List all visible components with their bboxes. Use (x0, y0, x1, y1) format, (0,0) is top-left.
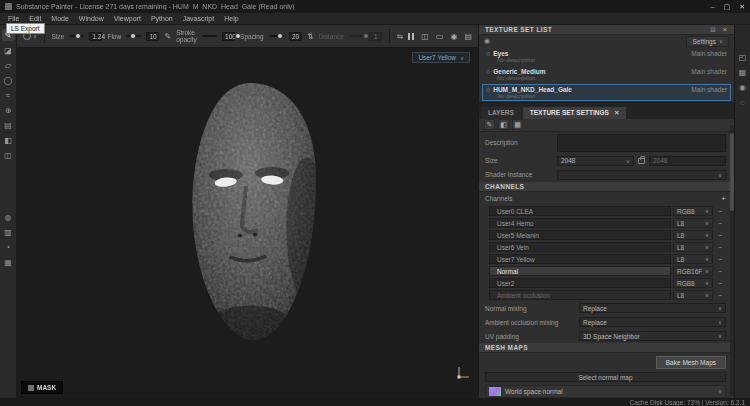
channel-format-select[interactable]: L8∨ (673, 254, 713, 264)
pause-engine-icon[interactable] (408, 33, 414, 40)
menu-help[interactable]: Help (224, 15, 238, 22)
close-panel-icon[interactable]: ✕ (722, 26, 728, 34)
shader-settings-icon[interactable]: ▥ (2, 226, 15, 238)
menu-python[interactable]: Python (151, 15, 173, 22)
channel-name[interactable]: User0 CLEA (489, 206, 671, 216)
solo-icon[interactable]: ○ (486, 86, 490, 93)
resolution-icon[interactable]: ▦ (512, 119, 523, 130)
remove-channel-button[interactable]: − (715, 220, 726, 227)
properties-dock-icon[interactable]: ◉ (739, 83, 746, 92)
channel-name[interactable]: User2 (489, 278, 671, 288)
history-dock-icon[interactable]: ◌ (740, 98, 745, 107)
viewport-channel-dropdown[interactable]: User7 Yellow ∨ (412, 52, 470, 63)
marquee-select-icon[interactable]: ▭ (436, 32, 444, 41)
eraser-tool-icon[interactable]: ◪ (2, 44, 15, 56)
tab-close-icon[interactable]: ✕ (614, 107, 619, 119)
lock-icon[interactable] (638, 158, 645, 164)
maximize-button[interactable]: ▢ (724, 3, 731, 11)
select-normal-map-dropdown[interactable]: Select normal map (485, 372, 726, 382)
channel-format-select[interactable]: L8∨ (673, 230, 713, 240)
jitter-icon[interactable]: ⇅ (307, 32, 314, 41)
solo-icon[interactable]: ○ (486, 50, 490, 57)
description-input[interactable] (557, 134, 726, 152)
spacing-slider[interactable] (269, 35, 284, 37)
channel-format-select[interactable]: RGB16F∨ (673, 266, 713, 276)
menu-edit[interactable]: Edit (29, 15, 41, 22)
stroke-opacity-slider[interactable] (202, 35, 217, 37)
uv-padding-select[interactable]: 3D Space Neighbor ∨ (579, 331, 726, 341)
channel-format-select[interactable]: RGB8∨ (673, 206, 713, 216)
projection-tool-icon[interactable]: ▱ (2, 59, 15, 71)
quick-mask-tool-icon[interactable]: ◫ (2, 149, 15, 161)
shader-instance-select[interactable]: ∨ (557, 170, 726, 180)
undock-icon[interactable]: ⊟ (710, 26, 716, 34)
camera-settings-icon[interactable]: ◔ (2, 241, 15, 253)
panel-scrollbar[interactable] (730, 125, 734, 396)
mesh-maps-icon[interactable]: ◧ (498, 119, 509, 130)
perspective-toggle-icon[interactable]: ◫ (421, 32, 429, 41)
channel-name[interactable]: Ambient occlusion (489, 290, 671, 300)
tab-texture-set-settings[interactable]: TEXTURE SET SETTINGS ✕ (523, 107, 627, 119)
menu-window[interactable]: Window (79, 15, 104, 22)
texture-set-item-head-gale[interactable]: ○ HUM_M_NKD_Head_Gale Main shader No des… (482, 84, 731, 101)
channel-format-select[interactable]: L8∨ (673, 242, 713, 252)
display-mode-icon[interactable]: ▤ (464, 32, 472, 41)
polygon-fill-tool-icon[interactable]: ◯ (2, 74, 15, 86)
head-model[interactable] (165, 76, 337, 356)
3d-viewport[interactable]: User7 Yellow ∨ MASK (17, 48, 478, 398)
camera-icon[interactable]: ◉ (450, 32, 457, 41)
stroke-opacity-value[interactable]: 100 (222, 32, 235, 41)
shelf-dock-icon[interactable]: ▦ (739, 68, 747, 77)
remove-channel-button[interactable]: − (715, 208, 726, 215)
remove-channel-button[interactable]: − (715, 232, 726, 239)
add-channel-button[interactable]: + (721, 194, 726, 203)
flow-value[interactable]: 10 (146, 32, 159, 41)
size-select[interactable]: 2048 ∨ (557, 156, 634, 166)
normal-mixing-select[interactable]: Replace ∨ (579, 303, 726, 313)
size-value[interactable]: 1.24 (89, 32, 102, 41)
smudge-tool-icon[interactable]: ≈ (2, 89, 15, 101)
minimize-button[interactable]: – (711, 3, 715, 11)
channel-format-select[interactable]: L8∨ (673, 290, 713, 300)
remove-channel-button[interactable]: − (715, 256, 726, 263)
geometry-mask-tool-icon[interactable]: ◧ (2, 134, 15, 146)
assets-dock-icon[interactable]: ◰ (739, 53, 747, 62)
pencil-pressure-icon[interactable]: ✎ (164, 32, 171, 41)
close-button[interactable]: ✕ (739, 3, 745, 11)
channel-format-select[interactable]: RGB8∨ (673, 278, 713, 288)
channel-name[interactable]: User5 Melanin (489, 230, 671, 240)
channel-format-select[interactable]: L8∨ (673, 218, 713, 228)
bake-mesh-maps-button[interactable]: Bake Mesh Maps (656, 356, 726, 369)
display-settings-icon[interactable]: ◍ (2, 211, 15, 223)
clone-tool-icon[interactable]: ⊕ (2, 104, 15, 116)
remove-channel-button[interactable]: − (715, 244, 726, 251)
channel-name[interactable]: User7 Yellow (489, 254, 671, 264)
spacing-value[interactable]: 20 (289, 32, 302, 41)
remove-channel-button[interactable]: − (715, 268, 726, 275)
scrollbar-thumb[interactable] (730, 133, 734, 211)
symmetry-icon[interactable]: ⇋ (397, 32, 404, 41)
remove-channel-button[interactable]: − (715, 280, 726, 287)
viewer-settings-icon[interactable]: ▦ (2, 256, 15, 268)
channel-name[interactable]: User4 Hemo (489, 218, 671, 228)
world-space-normal-row[interactable]: World space normal ∨ (485, 385, 726, 398)
ao-mixing-select[interactable]: Replace ∨ (579, 317, 726, 327)
channel-name[interactable]: User6 Vein (489, 242, 671, 252)
tab-layers[interactable]: LAYERS (481, 107, 521, 119)
channel-name[interactable]: Normal (489, 266, 671, 276)
material-picker-tool-icon[interactable]: ▤ (2, 119, 15, 131)
menu-viewport[interactable]: Viewport (114, 15, 141, 22)
menu-javascript[interactable]: Javascript (183, 15, 215, 22)
size-slider[interactable] (69, 35, 84, 37)
paint-channels-icon[interactable]: ✎ (484, 119, 495, 130)
settings-dropdown[interactable]: Settings ∨ (686, 36, 729, 47)
flow-slider[interactable] (126, 35, 141, 37)
remove-channel-button[interactable]: − (715, 292, 726, 299)
texture-set-list-header[interactable]: TEXTURE SET LIST ⊟ ✕ (479, 25, 734, 35)
visibility-eye-icon[interactable]: ◉ (484, 37, 490, 45)
texture-set-item-eyes[interactable]: ○ Eyes Main shader No description (482, 48, 731, 65)
texture-set-item-generic-medium[interactable]: ○ Generic_Medium Main shader No descript… (482, 66, 731, 83)
solo-icon[interactable]: ○ (486, 68, 490, 75)
menu-file[interactable]: File (8, 15, 19, 22)
menu-mode[interactable]: Mode (51, 15, 69, 22)
